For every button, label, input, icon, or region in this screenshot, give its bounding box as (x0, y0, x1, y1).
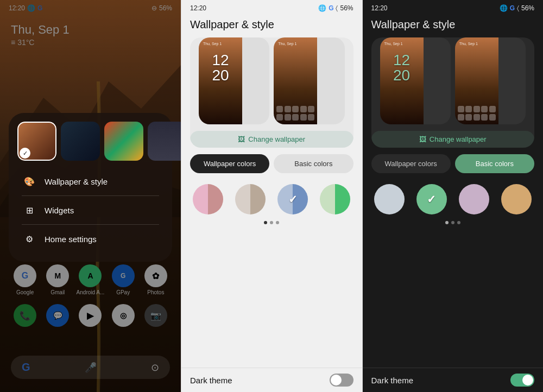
preview-icon (276, 114, 283, 121)
preview-icon-dark (473, 106, 480, 112)
swatch-3-dark[interactable] (459, 184, 489, 214)
globe-icon-light: 🌐 (318, 4, 326, 12)
preview-card-light: Thu, Sep 1 12 20 Thu, Sep 1 (190, 37, 353, 148)
swatch-1-dark[interactable] (374, 184, 405, 214)
preview-icon-dark (489, 114, 496, 121)
preview-icon-dark (458, 114, 464, 121)
wallpaper-thumb-2[interactable] (61, 122, 100, 161)
tab-basic-colors-dark[interactable]: Basic colors (455, 154, 534, 173)
swatch-check: ✓ (277, 184, 308, 214)
wallpaper-thumb-4[interactable] (148, 122, 181, 161)
preview-icon (308, 106, 314, 112)
swatch-2-light[interactable] (235, 184, 266, 214)
widgets-icon: ⊞ (22, 203, 37, 218)
preview-date-lock: Thu, Sep 1 (203, 42, 222, 46)
swatch-4-light[interactable] (320, 184, 350, 214)
dot-2-light (270, 221, 273, 224)
preview-icon-dark (465, 114, 472, 121)
preview-home-icons-dark (455, 104, 498, 124)
swatch-2-dark[interactable]: ✓ (416, 184, 447, 214)
preview-date-lock-dark: Thu, Sep 1 (384, 42, 403, 46)
lockscreen-preview-light: Thu, Sep 1 12 20 (199, 37, 269, 124)
battery-dark: 56% (521, 4, 534, 12)
color-tabs-light: Wallpaper colors Basic colors (190, 154, 353, 173)
change-wallpaper-btn-dark[interactable]: 🖼 Change wallpaper (371, 131, 535, 148)
wallpaper-style-icon: 🎨 (22, 174, 37, 189)
preview-icon-dark (473, 114, 480, 121)
dot-3-light (276, 221, 279, 224)
time-dark: 12:20 (371, 4, 388, 12)
home-settings-icon: ⚙ (22, 231, 37, 246)
dots-indicator-dark (363, 219, 544, 229)
signal-icon-light: 〈 (336, 4, 338, 12)
homescreen-preview-dark: Thu, Sep 1 (455, 37, 526, 124)
color-swatches-light: ✓ (181, 180, 362, 219)
change-wallpaper-btn-light[interactable]: 🖼 Change wallpaper (190, 131, 353, 148)
preview-icon-dark (481, 106, 488, 112)
home-screen-panel: 12:20 🌐 G ⊖ 56% Thu, Sep 1 ≡ 31°C ✓ (0, 0, 181, 392)
preview-icon (285, 106, 291, 112)
wallpaper-style-panel-dark: 12:20 🌐 G 〈 56% Wallpaper & style Thu, S… (363, 0, 544, 392)
tab-wallpaper-colors-dark[interactable]: Wallpaper colors (371, 154, 451, 173)
dark-theme-label-light: Dark theme (190, 376, 232, 385)
dot-3-dark (457, 221, 460, 224)
dark-theme-row-light: Dark theme (181, 368, 362, 392)
swatch-1-light[interactable] (193, 184, 223, 214)
color-tabs-dark: Wallpaper colors Basic colors (371, 154, 535, 173)
menu-wallpaper-style[interactable]: 🎨 Wallpaper & style (17, 167, 163, 195)
wallpaper-context-menu: ✓ 🎨 Wallpaper & style ⊞ Widgets ⚙ Home s… (9, 113, 172, 262)
preview-icon-dark (465, 106, 472, 112)
wallpaper-style-panel-light: 12:20 🌐 G 〈 56% Wallpaper & style Thu, S… (181, 0, 362, 392)
preview-icon (292, 106, 299, 112)
status-bar-light: 12:20 🌐 G 〈 56% (181, 0, 362, 14)
globe-icon-dark: 🌐 (500, 4, 508, 12)
preview-icon (308, 114, 314, 121)
ws-title-light: Wallpaper & style (181, 14, 362, 37)
battery-light: 56% (340, 4, 353, 12)
preview-area-dark: Thu, Sep 1 12 20 Thu, Sep 1 (371, 37, 535, 124)
dark-theme-row-dark: Dark theme (363, 368, 544, 392)
color-swatches-dark: ✓ (363, 180, 544, 219)
preview-icon (300, 114, 307, 121)
status-icons-light: 🌐 G 〈 56% (318, 4, 353, 12)
dot-1-light (264, 221, 267, 224)
change-wallpaper-icon-dark: 🖼 (419, 135, 426, 143)
preview-clock-lock-dark: 12 20 (393, 53, 410, 83)
dark-theme-toggle-dark[interactable] (510, 374, 534, 387)
dots-indicator-light (181, 219, 362, 229)
lockscreen-preview-dark: Thu, Sep 1 12 20 (380, 37, 451, 124)
preview-icon-dark (481, 114, 488, 121)
menu-home-settings[interactable]: ⚙ Home settings (17, 225, 163, 253)
preview-icon-dark (489, 106, 496, 112)
preview-date-home-dark: Thu, Sep 1 (459, 42, 478, 46)
swatch-4-dark[interactable] (501, 184, 532, 214)
signal-icon-dark: 〈 (517, 4, 519, 12)
status-bar-dark: 12:20 🌐 G 〈 56% (363, 0, 544, 14)
preview-date-home: Thu, Sep 1 (278, 42, 296, 46)
dot-1-dark (445, 221, 449, 224)
dot-2-dark (451, 221, 454, 224)
swatch-check: ✓ (416, 184, 447, 214)
wallpaper-thumb-1[interactable]: ✓ (17, 122, 56, 161)
dark-theme-toggle-light[interactable] (330, 374, 353, 387)
preview-clock-lock: 12 20 (212, 53, 229, 83)
preview-icon (300, 106, 307, 112)
wallpaper-thumbnails: ✓ (17, 122, 163, 161)
dark-theme-label-dark: Dark theme (371, 376, 414, 385)
ws-title-dark: Wallpaper & style (363, 14, 544, 37)
preview-card-dark: Thu, Sep 1 12 20 Thu, Sep 1 (371, 37, 535, 148)
preview-home-icons (274, 104, 317, 124)
tab-basic-colors-light[interactable]: Basic colors (274, 154, 353, 173)
swatch-3-light[interactable]: ✓ (277, 184, 308, 214)
wallpaper-thumb-3[interactable] (104, 122, 143, 161)
selected-check: ✓ (20, 148, 30, 159)
g-icon-light: G (329, 4, 333, 12)
preview-icon (276, 106, 283, 112)
tab-wallpaper-colors-light[interactable]: Wallpaper colors (190, 154, 269, 173)
preview-icon-dark (458, 106, 464, 112)
g-icon-dark: G (510, 4, 515, 12)
preview-icon (292, 114, 299, 121)
change-wallpaper-icon-light: 🖼 (238, 135, 245, 143)
homescreen-preview-light: Thu, Sep 1 (274, 37, 344, 124)
menu-widgets[interactable]: ⊞ Widgets (17, 196, 163, 224)
